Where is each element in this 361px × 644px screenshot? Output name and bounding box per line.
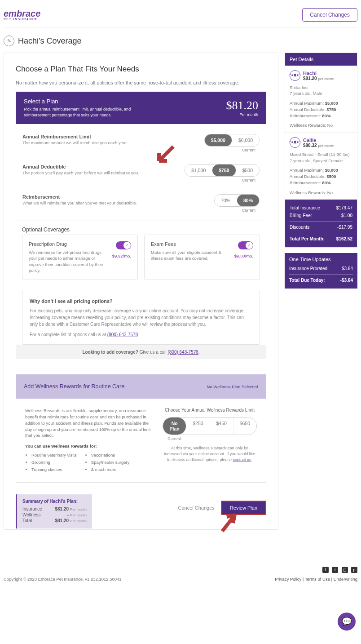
plan-price: $81.20 bbox=[226, 99, 259, 112]
wellness-limit-title: Choose Your Annual Wellness Rewards Limi… bbox=[163, 408, 257, 413]
pill-250[interactable]: $250 bbox=[186, 417, 210, 435]
list-item: Training classes bbox=[31, 466, 77, 473]
pill-8000[interactable]: $8,000 bbox=[232, 134, 259, 146]
cancel-changes-button[interactable]: Cancel Changes bbox=[302, 8, 357, 22]
pill-noplan[interactable]: No Plan bbox=[163, 417, 186, 435]
cov-desc: We reimburse for vet-prescribed drugs yo… bbox=[29, 249, 105, 273]
pet-block-callie: ᵔ•ᴥ•ᵔ Callie $80.32 per month Mixed Bree… bbox=[285, 133, 357, 199]
current-label: Current bbox=[238, 178, 260, 182]
footer-links: Privacy Policy | Terms of Use | Underwri… bbox=[275, 577, 357, 582]
annotation-arrow-icon bbox=[218, 510, 240, 536]
current-label: Current bbox=[238, 208, 260, 213]
pill-5000[interactable]: $5,000 bbox=[205, 134, 232, 146]
facebook-icon[interactable]: f bbox=[322, 567, 329, 573]
toggle-prescription[interactable] bbox=[116, 241, 131, 249]
current-label: Current bbox=[163, 436, 186, 441]
info-phone: For a complete list of options call us a… bbox=[30, 332, 252, 337]
cov-desc: Make sure all your eligible accident & i… bbox=[151, 249, 227, 262]
coverage-prescription: Prescription Drug We reimburse for vet-p… bbox=[22, 235, 138, 280]
pet-details-header: Pet Details bbox=[285, 53, 357, 66]
wellness-uses-col1: Routine veterinary visits Grooming Train… bbox=[25, 452, 77, 473]
copyright: Copyright © 2023 Embrace Pet Insurance. … bbox=[4, 577, 122, 582]
wellness-status: No Wellness Plan Selected bbox=[207, 384, 258, 389]
twitter-icon[interactable]: t bbox=[332, 567, 338, 573]
pinterest-icon[interactable]: p bbox=[351, 567, 357, 573]
pill-650[interactable]: $650 bbox=[233, 417, 256, 435]
pill-500[interactable]: $500 bbox=[236, 164, 259, 176]
pet-price: $81.20 per month bbox=[303, 76, 334, 81]
wellness-desc: Wellness Rewards is our flexible, supple… bbox=[25, 408, 152, 439]
current-label: Current bbox=[238, 148, 260, 152]
add-coverage-bar: Looking to add coverage? Give us a call … bbox=[16, 345, 266, 359]
cancel-changes-link[interactable]: Cancel Changes bbox=[178, 505, 215, 511]
info-text: For existing pets, you may only decrease… bbox=[30, 307, 252, 328]
plan-header: Select a Plan Pick the annual reimbursem… bbox=[16, 92, 266, 124]
section-heading: Choose a Plan That Fits Your Needs bbox=[16, 65, 266, 74]
underwriting-link[interactable]: Underwriting bbox=[334, 577, 357, 582]
pill-750[interactable]: $750 bbox=[212, 164, 236, 176]
cov-price: $9.92/mo. bbox=[110, 253, 131, 258]
contact-link[interactable]: contact us bbox=[233, 457, 251, 462]
toggle-exam-fees[interactable] bbox=[238, 241, 253, 249]
wellness-uses-title: You can use Wellness Rewards for: bbox=[25, 443, 152, 449]
terms-link[interactable]: Terms of Use bbox=[305, 577, 330, 582]
plan-header-title: Select a Plan bbox=[24, 98, 158, 105]
reimb-limit-selector[interactable]: $5,000 $8,000 bbox=[204, 134, 260, 147]
pill-1000[interactable]: $1,000 bbox=[185, 164, 212, 176]
deductible-selector[interactable]: $1,000 $750 $500 bbox=[185, 164, 260, 177]
totals-block: Total Insurance$179.47 Billing Fee:$1.00… bbox=[285, 200, 357, 247]
list-item: Routine veterinary visits bbox=[31, 452, 77, 458]
wellness-note: At this time, Wellness Rewards can only … bbox=[163, 445, 257, 462]
list-item: Spay/neuter surgery bbox=[91, 459, 130, 466]
summary-row: Total$81.20Per month bbox=[22, 518, 87, 523]
plan-price-sub: Per month bbox=[226, 112, 259, 117]
privacy-link[interactable]: Privacy Policy bbox=[275, 577, 301, 582]
pet-meta: Shiba Inu7 years old, Male bbox=[290, 84, 352, 97]
onetime-header: One-Time Updates bbox=[289, 257, 353, 262]
pet-stats: Annual Maximum: $5,000 Annual Deductible… bbox=[290, 100, 352, 120]
cov-title: Exam Fees bbox=[151, 241, 227, 247]
wellness-title: Add Wellness Rewards for Routine Care bbox=[24, 383, 124, 390]
pet-name: Callie bbox=[303, 138, 334, 143]
edit-icon: ✎ bbox=[4, 36, 14, 46]
annotation-arrow-icon bbox=[151, 143, 178, 171]
dog-icon: ᵔ•ᴥ•ᵔ bbox=[290, 137, 300, 148]
info-title: Why don't I see all pricing options? bbox=[30, 298, 252, 304]
pet-stats: Annual Maximum: $8,000 Annual Deductible… bbox=[290, 167, 352, 187]
phone-link[interactable]: (800) 643-7578 bbox=[107, 332, 138, 337]
page-title: Hachi's Coverage bbox=[18, 36, 82, 46]
pet-meta: Mixed Breed - Small (11-30 lbs)7 years o… bbox=[290, 151, 352, 164]
coverage-exam-fees: Exam Fees Make sure all your eligible ac… bbox=[144, 235, 260, 280]
reimb-title: Reimbursement bbox=[22, 194, 208, 200]
pet-wellness: Wellness Rewards: No bbox=[290, 123, 352, 128]
pill-70[interactable]: 70% bbox=[215, 195, 237, 206]
pet-price: $80.32 per month bbox=[303, 143, 334, 148]
onetime-block: One-Time Updates Insurance Prorated-$3.6… bbox=[285, 253, 357, 289]
pill-450[interactable]: $450 bbox=[210, 417, 233, 435]
reimbursement-selector[interactable]: 70% 80% bbox=[214, 194, 260, 207]
reimb-sub: What we will reimburse you after you've … bbox=[22, 200, 208, 206]
wellness-selector[interactable]: No Plan $250 $450 $650 bbox=[163, 417, 257, 435]
intro-text: No matter how you personalize it, all po… bbox=[16, 80, 266, 85]
pet-block-hachi: ᵔ•ᴥ•ᵔ Hachi $81.20 per month Shiba Inu7 … bbox=[285, 66, 357, 133]
reimb-limit-title: Annual Reimbursement Limit bbox=[22, 134, 198, 139]
list-item: & much more bbox=[91, 466, 130, 473]
cov-title: Prescription Drug bbox=[29, 241, 105, 247]
phone-link[interactable]: (800) 643-7578 bbox=[167, 350, 198, 355]
pill-80[interactable]: 80% bbox=[237, 195, 259, 206]
plan-header-sub: Pick the annual reimbursement limit, ann… bbox=[24, 107, 158, 118]
cov-price: $9.30/mo. bbox=[232, 253, 253, 258]
pricing-info-box: Why don't I see all pricing options? For… bbox=[22, 291, 260, 345]
optional-coverages-title: Optional Coverages bbox=[16, 221, 266, 235]
dog-icon: ᵔ•ᴥ•ᵔ bbox=[290, 70, 300, 81]
wellness-header: Add Wellness Rewards for Routine Care No… bbox=[16, 374, 266, 399]
list-item: Grooming bbox=[31, 459, 77, 466]
brand-logo: embrace PET INSURANCE bbox=[4, 9, 40, 21]
pet-name: Hachi bbox=[303, 71, 334, 76]
wellness-uses-col2: Vaccinations Spay/neuter surgery & much … bbox=[85, 452, 130, 473]
instagram-icon[interactable]: ◻ bbox=[342, 567, 348, 573]
pet-wellness: Wellness Rewards: No bbox=[290, 190, 352, 195]
list-item: Vaccinations bbox=[91, 452, 130, 458]
